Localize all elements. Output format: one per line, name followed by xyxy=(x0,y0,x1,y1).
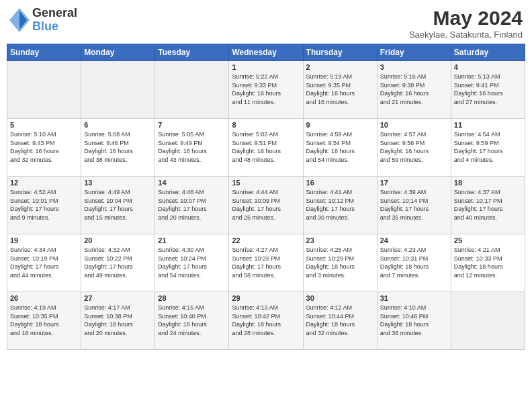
col-saturday: Saturday xyxy=(451,44,525,61)
day-cell: 18Sunrise: 4:37 AM Sunset: 10:17 PM Dayl… xyxy=(451,177,525,234)
day-number: 6 xyxy=(84,121,152,129)
day-cell: 2Sunrise: 5:19 AM Sunset: 9:35 PM Daylig… xyxy=(303,61,377,119)
week-row-3: 19Sunrise: 4:34 AM Sunset: 10:19 PM Dayl… xyxy=(7,234,525,292)
day-info: Sunrise: 5:16 AM Sunset: 9:38 PM Dayligh… xyxy=(380,73,448,106)
day-cell: 11Sunrise: 4:54 AM Sunset: 9:59 PM Dayli… xyxy=(451,119,525,177)
week-row-2: 12Sunrise: 4:52 AM Sunset: 10:01 PM Dayl… xyxy=(7,177,525,234)
col-sunday: Sunday xyxy=(7,44,81,61)
day-cell: 24Sunrise: 4:23 AM Sunset: 10:31 PM Dayl… xyxy=(377,234,451,292)
logo-blue-text: Blue xyxy=(32,20,77,34)
col-tuesday: Tuesday xyxy=(155,44,229,61)
day-number: 2 xyxy=(306,63,374,71)
day-cell: 3Sunrise: 5:16 AM Sunset: 9:38 PM Daylig… xyxy=(377,61,451,119)
day-number: 13 xyxy=(84,179,152,187)
day-info: Sunrise: 4:34 AM Sunset: 10:19 PM Daylig… xyxy=(10,246,78,279)
day-number: 7 xyxy=(158,121,226,129)
day-cell: 13Sunrise: 4:49 AM Sunset: 10:04 PM Dayl… xyxy=(81,177,155,234)
day-cell xyxy=(81,61,155,119)
day-number: 4 xyxy=(454,63,522,71)
day-cell: 10Sunrise: 4:57 AM Sunset: 9:56 PM Dayli… xyxy=(377,119,451,177)
day-cell: 16Sunrise: 4:41 AM Sunset: 10:12 PM Dayl… xyxy=(303,177,377,234)
day-info: Sunrise: 5:13 AM Sunset: 9:41 PM Dayligh… xyxy=(454,73,522,106)
day-number: 27 xyxy=(84,294,152,302)
day-info: Sunrise: 4:21 AM Sunset: 10:33 PM Daylig… xyxy=(454,246,522,279)
day-info: Sunrise: 4:57 AM Sunset: 9:56 PM Dayligh… xyxy=(380,130,448,164)
day-number: 30 xyxy=(306,294,374,302)
day-cell: 1Sunrise: 5:22 AM Sunset: 9:33 PM Daylig… xyxy=(229,61,303,119)
day-info: Sunrise: 4:25 AM Sunset: 10:29 PM Daylig… xyxy=(306,246,374,279)
day-info: Sunrise: 4:39 AM Sunset: 10:14 PM Daylig… xyxy=(380,188,448,222)
day-cell: 12Sunrise: 4:52 AM Sunset: 10:01 PM Dayl… xyxy=(7,177,81,234)
col-monday: Monday xyxy=(81,44,155,61)
day-number: 10 xyxy=(380,121,448,129)
title-section: May 2024 Saekylae, Satakunta, Finland xyxy=(409,7,523,40)
day-number: 26 xyxy=(10,294,78,302)
week-row-1: 5Sunrise: 5:10 AM Sunset: 9:43 PM Daylig… xyxy=(7,119,525,177)
logo: General Blue xyxy=(9,7,77,34)
day-number: 28 xyxy=(158,294,226,302)
week-row-0: 1Sunrise: 5:22 AM Sunset: 9:33 PM Daylig… xyxy=(7,61,525,119)
calendar-body: 1Sunrise: 5:22 AM Sunset: 9:33 PM Daylig… xyxy=(7,61,525,350)
day-number: 17 xyxy=(380,179,448,187)
day-cell: 23Sunrise: 4:25 AM Sunset: 10:29 PM Dayl… xyxy=(303,234,377,292)
day-info: Sunrise: 4:27 AM Sunset: 10:26 PM Daylig… xyxy=(232,246,300,279)
page: General Blue May 2024 Saekylae, Satakunt… xyxy=(0,0,532,411)
day-info: Sunrise: 5:02 AM Sunset: 9:51 PM Dayligh… xyxy=(232,130,300,164)
day-info: Sunrise: 4:37 AM Sunset: 10:17 PM Daylig… xyxy=(454,188,522,222)
day-info: Sunrise: 5:08 AM Sunset: 9:46 PM Dayligh… xyxy=(84,130,152,164)
logo-icon xyxy=(9,8,30,32)
day-cell: 29Sunrise: 4:13 AM Sunset: 10:42 PM Dayl… xyxy=(229,292,303,350)
day-cell: 30Sunrise: 4:12 AM Sunset: 10:44 PM Dayl… xyxy=(303,292,377,350)
day-info: Sunrise: 4:49 AM Sunset: 10:04 PM Daylig… xyxy=(84,188,152,222)
day-number: 3 xyxy=(380,63,448,71)
day-number: 18 xyxy=(454,179,522,187)
day-cell: 15Sunrise: 4:44 AM Sunset: 10:09 PM Dayl… xyxy=(229,177,303,234)
day-number: 15 xyxy=(232,179,300,187)
day-cell xyxy=(155,61,229,119)
day-info: Sunrise: 4:12 AM Sunset: 10:44 PM Daylig… xyxy=(306,304,374,337)
day-info: Sunrise: 4:15 AM Sunset: 10:40 PM Daylig… xyxy=(158,304,226,337)
day-number: 12 xyxy=(10,179,78,187)
day-number: 19 xyxy=(10,236,78,244)
day-cell: 21Sunrise: 4:30 AM Sunset: 10:24 PM Dayl… xyxy=(155,234,229,292)
day-cell: 5Sunrise: 5:10 AM Sunset: 9:43 PM Daylig… xyxy=(7,119,81,177)
logo-general-text: General xyxy=(32,7,77,20)
day-cell: 28Sunrise: 4:15 AM Sunset: 10:40 PM Dayl… xyxy=(155,292,229,350)
day-number: 25 xyxy=(454,236,522,244)
calendar-header: Sunday Monday Tuesday Wednesday Thursday… xyxy=(7,44,525,61)
month-title: May 2024 xyxy=(409,7,523,30)
day-info: Sunrise: 5:05 AM Sunset: 9:49 PM Dayligh… xyxy=(158,130,226,164)
day-info: Sunrise: 4:23 AM Sunset: 10:31 PM Daylig… xyxy=(380,246,448,279)
day-cell: 22Sunrise: 4:27 AM Sunset: 10:26 PM Dayl… xyxy=(229,234,303,292)
day-cell: 20Sunrise: 4:32 AM Sunset: 10:22 PM Dayl… xyxy=(81,234,155,292)
day-info: Sunrise: 5:22 AM Sunset: 9:33 PM Dayligh… xyxy=(232,73,300,106)
day-cell: 27Sunrise: 4:17 AM Sunset: 10:38 PM Dayl… xyxy=(81,292,155,350)
day-cell: 4Sunrise: 5:13 AM Sunset: 9:41 PM Daylig… xyxy=(451,61,525,119)
day-cell: 26Sunrise: 4:19 AM Sunset: 10:35 PM Dayl… xyxy=(7,292,81,350)
day-cell: 9Sunrise: 4:59 AM Sunset: 9:54 PM Daylig… xyxy=(303,119,377,177)
day-info: Sunrise: 4:52 AM Sunset: 10:01 PM Daylig… xyxy=(10,188,78,222)
day-cell: 6Sunrise: 5:08 AM Sunset: 9:46 PM Daylig… xyxy=(81,119,155,177)
col-wednesday: Wednesday xyxy=(229,44,303,61)
day-cell: 31Sunrise: 4:10 AM Sunset: 10:46 PM Dayl… xyxy=(377,292,451,350)
day-cell: 7Sunrise: 5:05 AM Sunset: 9:49 PM Daylig… xyxy=(155,119,229,177)
day-number: 29 xyxy=(232,294,300,302)
day-number: 8 xyxy=(232,121,300,129)
day-info: Sunrise: 4:10 AM Sunset: 10:46 PM Daylig… xyxy=(380,304,448,337)
week-row-4: 26Sunrise: 4:19 AM Sunset: 10:35 PM Dayl… xyxy=(7,292,525,350)
day-number: 24 xyxy=(380,236,448,244)
day-info: Sunrise: 4:19 AM Sunset: 10:35 PM Daylig… xyxy=(10,304,78,337)
location-subtitle: Saekylae, Satakunta, Finland xyxy=(409,30,523,40)
day-number: 5 xyxy=(10,121,78,129)
day-info: Sunrise: 4:17 AM Sunset: 10:38 PM Daylig… xyxy=(84,304,152,337)
day-number: 9 xyxy=(306,121,374,129)
calendar-table: Sunday Monday Tuesday Wednesday Thursday… xyxy=(7,44,525,350)
day-info: Sunrise: 4:32 AM Sunset: 10:22 PM Daylig… xyxy=(84,246,152,279)
day-number: 14 xyxy=(158,179,226,187)
day-info: Sunrise: 4:41 AM Sunset: 10:12 PM Daylig… xyxy=(306,188,374,222)
day-number: 23 xyxy=(306,236,374,244)
day-info: Sunrise: 4:46 AM Sunset: 10:07 PM Daylig… xyxy=(158,188,226,222)
day-number: 16 xyxy=(306,179,374,187)
day-cell: 17Sunrise: 4:39 AM Sunset: 10:14 PM Dayl… xyxy=(377,177,451,234)
header: General Blue May 2024 Saekylae, Satakunt… xyxy=(7,7,525,40)
